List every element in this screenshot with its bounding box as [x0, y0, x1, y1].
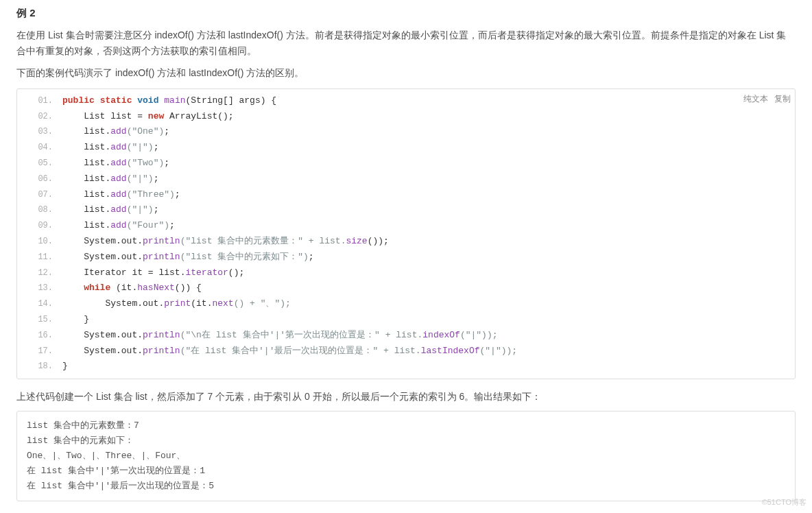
watermark: ©51CTO博客	[762, 496, 807, 509]
code-line: while (it.hasNext()) {	[17, 281, 795, 296]
code-line: System.out.println("在 list 集合中'|'最后一次出现的…	[17, 344, 795, 359]
code-listing: public static void main(String[] args) {…	[17, 89, 795, 379]
code-line: List list = new ArrayList();	[17, 109, 795, 125]
output-block: list 集合中的元素数量：7 list 集合中的元素如下： One、|、Two…	[16, 411, 796, 501]
code-line: list.add("|");	[17, 140, 795, 156]
code-line: }	[17, 359, 795, 374]
code-line: System.out.print(it.next() + "、");	[17, 296, 795, 312]
code-line: System.out.println("list 集合中的元素数量：" + li…	[17, 234, 795, 250]
code-line: Iterator it = list.iterator();	[17, 265, 795, 281]
code-line: list.add("|");	[17, 202, 795, 218]
result-paragraph: 上述代码创建一个 List 集合 list，然后添加了 7 个元素，由于索引从 …	[16, 389, 796, 405]
code-line: list.add("|");	[17, 171, 795, 187]
code-block: 纯文本 复制 public static void main(String[] …	[16, 88, 796, 379]
code-line: System.out.println("list 集合中的元素如下：");	[17, 250, 795, 265]
intro-paragraph-1: 在使用 List 集合时需要注意区分 indexOf() 方法和 lastInd…	[16, 27, 796, 60]
intro-paragraph-2: 下面的案例代码演示了 indexOf() 方法和 lastIndexOf() 方…	[16, 65, 796, 82]
code-line: list.add("Two");	[17, 156, 795, 171]
code-line: list.add("Four");	[17, 218, 795, 234]
code-line: }	[17, 312, 795, 328]
example-heading: 例 2	[16, 4, 796, 22]
code-line: list.add("Three");	[17, 187, 795, 203]
code-line: public static void main(String[] args) {	[17, 93, 795, 109]
code-line: list.add("One");	[17, 124, 795, 140]
code-line: System.out.println("\n在 list 集合中'|'第一次出现…	[17, 328, 795, 344]
